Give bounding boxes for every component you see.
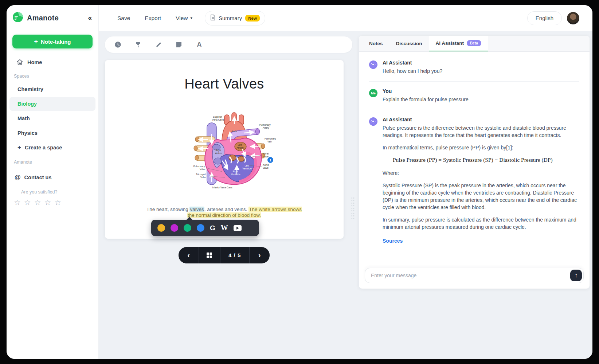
main-area: A Heart Valves [98,31,592,359]
diagram-label: Aortic Valve [263,164,270,169]
message-input[interactable] [365,273,570,278]
beta-badge: Beta [467,40,481,46]
topbar: Save Export View ▾ Summary New English [98,5,592,31]
new-badge: New [245,15,260,21]
note-icon[interactable] [175,41,183,49]
tab-notes[interactable]: Notes [363,36,389,51]
sources-link[interactable]: Sources [383,237,403,244]
create-space-label: Create a space [25,145,62,150]
heart-diagram: Superior Vena Cava Aorta Pulmonary Arter… [186,102,277,191]
panel-resize-handle[interactable] [351,197,355,220]
next-page-button[interactable]: › [250,247,270,263]
note-taking-label: Note-taking [41,39,71,45]
message-paragraph: Pulse pressure is the difference between… [383,124,579,139]
satisfaction-question: Are you satisfied? [14,189,98,195]
document-icon [210,15,215,22]
diagram-label: Tricuspid Valve [196,173,207,179]
sidebar-item-home[interactable]: Home [7,55,98,69]
figure-caption: The heart, showing valves, arteries and … [105,207,344,218]
space-label: Physics [17,130,38,136]
view-menu[interactable]: View ▾ [176,15,192,21]
page-title: Heart Valves [105,76,344,92]
sidebar-item-physics[interactable]: Physics [9,126,95,140]
plus-icon: + [17,144,21,151]
chat-message: AI Assistant Pulse pressure is the diffe… [369,117,579,244]
at-icon: @ [15,174,21,181]
message-sender: AI Assistant [383,60,442,66]
star-icon[interactable]: ☆ [54,198,61,207]
svg-text:1: 1 [269,158,271,162]
youtube-icon[interactable] [234,225,242,231]
space-label: Biology [17,101,37,107]
star-icon[interactable]: ☆ [44,198,51,207]
amanote-section-label: Amanote [7,160,98,165]
send-button[interactable]: ↑ [570,270,582,281]
user-avatar-icon: Me [369,89,377,97]
text-icon[interactable]: A [195,41,203,49]
note-taking-button[interactable]: + Note-taking [12,35,93,48]
message-paragraph: In summary, pulse pressure is calculated… [383,216,579,231]
summary-button[interactable]: Summary New [205,11,265,26]
sidebar-collapse-button[interactable]: « [87,14,93,22]
brand-name: Amanote [27,14,83,22]
annotation-marker[interactable]: 1 [267,157,273,163]
clock-icon[interactable] [114,41,122,49]
star-icon[interactable]: ☆ [34,198,41,207]
sidebar-item-chemistry[interactable]: Chemistry [9,82,95,96]
thumbnail-grid-button[interactable] [199,247,220,263]
diagram-label: Pulmonary Valve [193,165,206,171]
highlighter-icon[interactable] [134,41,142,49]
star-icon[interactable]: ☆ [24,198,31,207]
plus-icon: + [34,38,38,45]
tab-discussion[interactable]: Discussion [389,36,429,51]
spaces-section-label: Spaces [7,74,98,79]
caption-highlight-cyan[interactable]: valves [189,207,204,212]
sidebar-item-biology[interactable]: Biology [9,97,95,111]
tab-label: Discussion [396,41,422,46]
message-text: Explain the formula for pulse pressure [383,96,469,103]
highlight-color-yellow[interactable] [157,224,165,232]
google-search-icon[interactable]: G [210,224,215,232]
export-menu[interactable]: Export [145,15,161,21]
message-paragraph: In mathematical terms, pulse pressure (P… [383,144,579,151]
tab-label: Notes [369,41,383,46]
user-avatar[interactable] [567,12,579,24]
home-label: Home [27,59,42,65]
message-paragraph: Systolic Pressure (SP) is the peak press… [383,182,579,211]
caption-highlight-yellow[interactable]: the normal direction of blood flow. [187,212,261,218]
highlight-color-magenta[interactable] [171,224,178,232]
chat-message: AI Assistant Hello, how can I help you? [369,60,579,75]
save-menu[interactable]: Save [117,15,130,21]
chevron-down-icon: ▾ [190,16,192,20]
page-navigation: ‹ 4 / 5 › [179,247,270,263]
app-window: Amanote « + Note-taking Home Spaces Chem… [7,5,592,359]
sidebar-item-math[interactable]: Math [9,111,95,125]
message-divider [369,81,579,82]
diagram-label: Inferior Vena Cava [212,186,232,189]
chat-input-bar: ↑ [365,268,584,283]
view-label: View [176,15,188,21]
message-sender: AI Assistant [383,117,579,122]
amanote-logo-icon [12,12,23,24]
create-space-button[interactable]: + Create a space [9,141,95,154]
pencil-icon[interactable] [154,41,163,49]
contact-us-button[interactable]: @ Contact us [7,171,98,184]
wikipedia-icon[interactable]: W [221,224,228,232]
screenshot-frame: Amanote « + Note-taking Home Spaces Chem… [0,0,599,364]
tab-ai-assistant[interactable]: AI Assistant Beta [429,36,488,51]
home-icon [17,59,23,66]
sidebar: Amanote « + Note-taking Home Spaces Chem… [7,5,99,359]
diagram-label: Aorta [231,130,237,133]
language-button[interactable]: English [527,11,562,25]
summary-label: Summary [219,15,242,21]
arrow-up-icon: ↑ [575,272,578,279]
previous-page-button[interactable]: ‹ [179,247,199,263]
diagram-label: Mitral Valve [263,152,269,158]
star-icon[interactable]: ☆ [14,198,21,207]
document-page: Heart Valves [105,60,344,239]
caption-highlight-yellow[interactable]: The white arrows shows [248,207,302,212]
highlight-color-blue[interactable] [197,224,204,232]
caption-text: The heart, showing [146,207,190,212]
highlight-color-green[interactable] [184,224,191,232]
caption-text: , arteries and veins. [204,207,249,212]
